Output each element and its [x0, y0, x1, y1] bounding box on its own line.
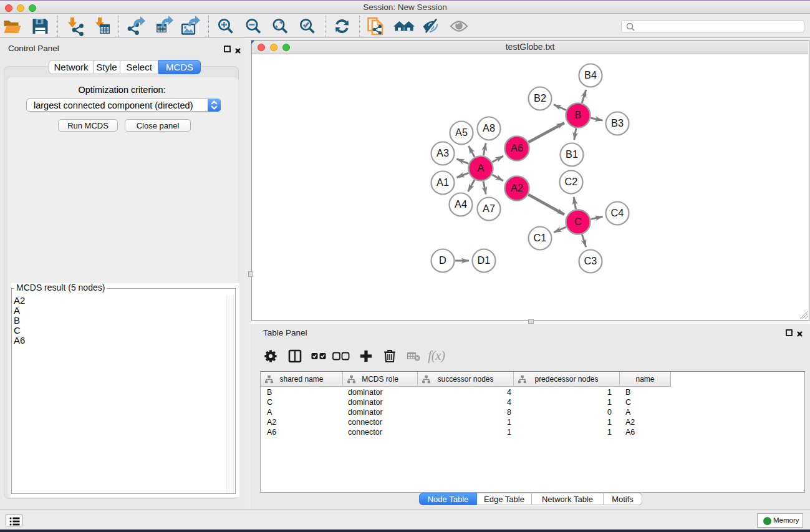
svg-text:A4: A4 — [455, 198, 467, 210]
svg-text:A5: A5 — [455, 127, 468, 138]
svg-text:B2: B2 — [534, 92, 546, 104]
svg-text:A7: A7 — [483, 203, 495, 214]
svg-text:f(x): f(x) — [428, 349, 445, 363]
svg-text:A6: A6 — [511, 142, 523, 153]
svg-text:C2: C2 — [565, 176, 578, 187]
svg-text:A2: A2 — [511, 182, 523, 193]
svg-text:B1: B1 — [566, 148, 578, 160]
svg-text:D: D — [439, 254, 446, 266]
svg-text:C4: C4 — [611, 207, 624, 218]
svg-text:A1: A1 — [436, 177, 449, 188]
svg-text:C3: C3 — [584, 255, 597, 266]
svg-text:B: B — [575, 109, 582, 120]
svg-text:C: C — [574, 216, 582, 227]
svg-text:D1: D1 — [478, 254, 491, 266]
svg-text:A8: A8 — [483, 122, 495, 133]
svg-text:C1: C1 — [534, 232, 547, 243]
svg-text:A3: A3 — [436, 147, 449, 158]
svg-text:A: A — [478, 162, 485, 173]
svg-text:B4: B4 — [584, 69, 597, 80]
svg-text:B3: B3 — [611, 117, 624, 128]
